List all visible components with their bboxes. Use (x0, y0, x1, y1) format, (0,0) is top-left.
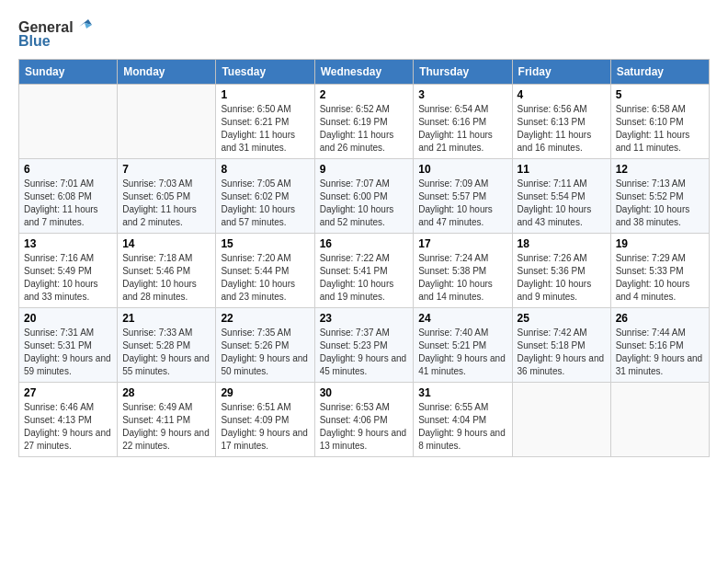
calendar-week-row: 13Sunrise: 7:16 AMSunset: 5:49 PMDayligh… (19, 234, 710, 308)
calendar-cell: 30Sunrise: 6:53 AMSunset: 4:06 PMDayligh… (314, 383, 414, 457)
calendar-cell: 29Sunrise: 6:51 AMSunset: 4:09 PMDayligh… (216, 383, 314, 457)
logo: General Blue (18, 18, 92, 50)
day-info: Sunrise: 7:05 AMSunset: 6:02 PMDaylight:… (221, 178, 309, 229)
day-number: 19 (616, 237, 704, 250)
day-info: Sunrise: 7:33 AMSunset: 5:28 PMDaylight:… (122, 327, 210, 378)
day-number: 30 (320, 386, 409, 399)
calendar-cell: 27Sunrise: 6:46 AMSunset: 4:13 PMDayligh… (19, 383, 118, 457)
calendar-cell (610, 383, 709, 457)
column-header-saturday: Saturday (610, 60, 709, 85)
day-info: Sunrise: 7:18 AMSunset: 5:46 PMDaylight:… (122, 252, 210, 304)
day-info: Sunrise: 7:09 AMSunset: 5:57 PMDaylight:… (418, 178, 506, 229)
day-number: 12 (616, 163, 704, 176)
calendar-week-row: 20Sunrise: 7:31 AMSunset: 5:31 PMDayligh… (19, 308, 710, 383)
calendar-week-row: 1Sunrise: 6:50 AMSunset: 6:21 PMDaylight… (19, 85, 710, 159)
day-info: Sunrise: 6:50 AMSunset: 6:21 PMDaylight:… (221, 103, 309, 155)
day-number: 2 (320, 88, 409, 101)
column-header-tuesday: Tuesday (216, 60, 314, 85)
day-number: 20 (24, 312, 112, 325)
column-header-thursday: Thursday (414, 60, 512, 85)
day-info: Sunrise: 7:26 AMSunset: 5:36 PMDaylight:… (518, 252, 606, 304)
logo-blue-text: Blue (18, 32, 92, 50)
day-info: Sunrise: 7:42 AMSunset: 5:18 PMDaylight:… (518, 327, 606, 378)
column-header-wednesday: Wednesday (314, 60, 414, 85)
day-number: 31 (418, 386, 506, 399)
day-number: 25 (518, 312, 606, 325)
day-info: Sunrise: 7:24 AMSunset: 5:38 PMDaylight:… (418, 252, 506, 304)
day-number: 4 (518, 88, 606, 101)
day-number: 23 (320, 312, 409, 325)
day-info: Sunrise: 6:49 AMSunset: 4:11 PMDaylight:… (122, 401, 210, 453)
day-number: 27 (24, 386, 112, 399)
day-number: 6 (24, 163, 112, 176)
calendar-cell: 12Sunrise: 7:13 AMSunset: 5:52 PMDayligh… (610, 159, 709, 234)
day-number: 16 (320, 237, 409, 250)
logo-bird-icon (75, 16, 92, 32)
logo-container: General Blue (18, 18, 92, 50)
calendar-cell: 8Sunrise: 7:05 AMSunset: 6:02 PMDaylight… (216, 159, 314, 234)
calendar-cell: 6Sunrise: 7:01 AMSunset: 6:08 PMDaylight… (19, 159, 118, 234)
day-info: Sunrise: 7:40 AMSunset: 5:21 PMDaylight:… (418, 327, 506, 378)
day-info: Sunrise: 6:58 AMSunset: 6:10 PMDaylight:… (616, 103, 704, 155)
calendar-cell: 11Sunrise: 7:11 AMSunset: 5:54 PMDayligh… (512, 159, 610, 234)
day-number: 10 (418, 163, 506, 176)
day-info: Sunrise: 7:07 AMSunset: 6:00 PMDaylight:… (320, 178, 409, 229)
calendar-cell: 18Sunrise: 7:26 AMSunset: 5:36 PMDayligh… (512, 234, 610, 308)
calendar-cell: 10Sunrise: 7:09 AMSunset: 5:57 PMDayligh… (414, 159, 512, 234)
page-header: General Blue (18, 18, 710, 50)
calendar-cell: 9Sunrise: 7:07 AMSunset: 6:00 PMDaylight… (314, 159, 414, 234)
day-number: 8 (221, 163, 309, 176)
calendar-cell: 2Sunrise: 6:52 AMSunset: 6:19 PMDaylight… (314, 85, 414, 159)
calendar-cell: 21Sunrise: 7:33 AMSunset: 5:28 PMDayligh… (118, 308, 216, 383)
day-number: 7 (122, 163, 210, 176)
calendar-cell: 14Sunrise: 7:18 AMSunset: 5:46 PMDayligh… (118, 234, 216, 308)
day-info: Sunrise: 7:37 AMSunset: 5:23 PMDaylight:… (320, 327, 409, 378)
day-number: 26 (616, 312, 704, 325)
day-info: Sunrise: 7:35 AMSunset: 5:26 PMDaylight:… (221, 327, 309, 378)
calendar-week-row: 27Sunrise: 6:46 AMSunset: 4:13 PMDayligh… (19, 383, 710, 457)
column-header-friday: Friday (512, 60, 610, 85)
day-info: Sunrise: 6:51 AMSunset: 4:09 PMDaylight:… (221, 401, 309, 453)
day-info: Sunrise: 7:29 AMSunset: 5:33 PMDaylight:… (616, 252, 704, 304)
day-info: Sunrise: 7:22 AMSunset: 5:41 PMDaylight:… (320, 252, 409, 304)
day-info: Sunrise: 7:13 AMSunset: 5:52 PMDaylight:… (616, 178, 704, 229)
calendar-cell: 26Sunrise: 7:44 AMSunset: 5:16 PMDayligh… (610, 308, 709, 383)
calendar-cell: 17Sunrise: 7:24 AMSunset: 5:38 PMDayligh… (414, 234, 512, 308)
day-info: Sunrise: 6:54 AMSunset: 6:16 PMDaylight:… (418, 103, 506, 155)
calendar-cell: 25Sunrise: 7:42 AMSunset: 5:18 PMDayligh… (512, 308, 610, 383)
day-number: 18 (518, 237, 606, 250)
day-number: 5 (616, 88, 704, 101)
day-number: 14 (122, 237, 210, 250)
day-info: Sunrise: 6:53 AMSunset: 4:06 PMDaylight:… (320, 401, 409, 453)
day-info: Sunrise: 6:56 AMSunset: 6:13 PMDaylight:… (518, 103, 606, 155)
calendar-cell: 1Sunrise: 6:50 AMSunset: 6:21 PMDaylight… (216, 85, 314, 159)
calendar-cell: 22Sunrise: 7:35 AMSunset: 5:26 PMDayligh… (216, 308, 314, 383)
day-info: Sunrise: 6:46 AMSunset: 4:13 PMDaylight:… (24, 401, 112, 453)
calendar-cell: 7Sunrise: 7:03 AMSunset: 6:05 PMDaylight… (118, 159, 216, 234)
day-number: 13 (24, 237, 112, 250)
calendar-cell: 28Sunrise: 6:49 AMSunset: 4:11 PMDayligh… (118, 383, 216, 457)
column-header-sunday: Sunday (19, 60, 118, 85)
day-info: Sunrise: 7:01 AMSunset: 6:08 PMDaylight:… (24, 178, 112, 229)
calendar-cell: 24Sunrise: 7:40 AMSunset: 5:21 PMDayligh… (414, 308, 512, 383)
day-number: 28 (122, 386, 210, 399)
calendar-header-row: SundayMondayTuesdayWednesdayThursdayFrid… (19, 60, 710, 85)
calendar-cell: 20Sunrise: 7:31 AMSunset: 5:31 PMDayligh… (19, 308, 118, 383)
calendar-cell: 5Sunrise: 6:58 AMSunset: 6:10 PMDaylight… (610, 85, 709, 159)
calendar-cell (512, 383, 610, 457)
day-number: 1 (221, 88, 309, 101)
day-info: Sunrise: 7:20 AMSunset: 5:44 PMDaylight:… (221, 252, 309, 304)
calendar-cell (118, 85, 216, 159)
calendar-cell: 13Sunrise: 7:16 AMSunset: 5:49 PMDayligh… (19, 234, 118, 308)
day-number: 21 (122, 312, 210, 325)
day-info: Sunrise: 7:11 AMSunset: 5:54 PMDaylight:… (518, 178, 606, 229)
calendar-table: SundayMondayTuesdayWednesdayThursdayFrid… (18, 59, 710, 457)
day-info: Sunrise: 6:52 AMSunset: 6:19 PMDaylight:… (320, 103, 409, 155)
day-number: 11 (518, 163, 606, 176)
calendar-cell: 23Sunrise: 7:37 AMSunset: 5:23 PMDayligh… (314, 308, 414, 383)
calendar-cell (19, 85, 118, 159)
day-info: Sunrise: 7:16 AMSunset: 5:49 PMDaylight:… (24, 252, 112, 304)
calendar-week-row: 6Sunrise: 7:01 AMSunset: 6:08 PMDaylight… (19, 159, 710, 234)
calendar-body: 1Sunrise: 6:50 AMSunset: 6:21 PMDaylight… (19, 85, 710, 457)
day-number: 17 (418, 237, 506, 250)
